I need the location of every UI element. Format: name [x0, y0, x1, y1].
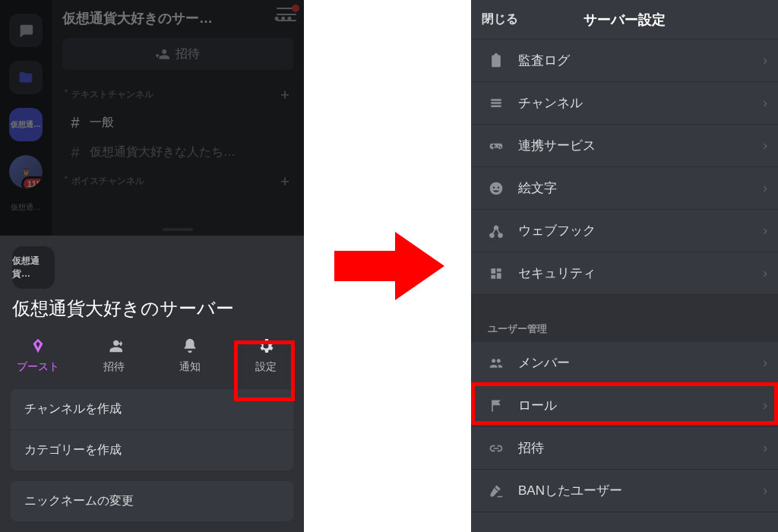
arrow-right-icon	[334, 228, 444, 304]
notifications-label: 通知	[179, 360, 201, 374]
folder-icon	[17, 69, 34, 86]
channels-label: チャンネル	[518, 94, 583, 112]
settings-item-security[interactable]: セキュリティ ›	[471, 252, 778, 295]
sheet-list-1: チャンネルを作成 カテゴリーを作成	[11, 389, 293, 470]
unread-badge: 118	[21, 176, 43, 188]
quick-actions-row: ブースト 招待 通知	[0, 331, 304, 382]
settings-title: サーバー設定	[584, 11, 666, 29]
settings-button[interactable]: 設定	[232, 336, 300, 374]
create-channel-label: チャンネルを作成	[24, 402, 122, 415]
channel-general-label: 一般	[90, 115, 114, 131]
chevron-right-icon: ›	[763, 223, 767, 239]
channel-crypto-lovers[interactable]: # 仮想通貨大好きな人たち…	[62, 138, 293, 167]
channel-crypto-lovers-label: 仮想通貨大好きな人たち…	[90, 144, 236, 160]
settings-item-invites[interactable]: 招待 ›	[471, 427, 778, 470]
invites-label: 招待	[518, 439, 544, 457]
chevron-down-icon: ˅	[64, 176, 68, 186]
sheet-drag-handle[interactable]	[163, 228, 193, 231]
chevron-right-icon: ›	[763, 138, 767, 154]
chevron-right-icon: ›	[763, 52, 767, 68]
integrations-label: 連携サービス	[518, 137, 596, 154]
add-voice-channel-icon[interactable]: ＋	[278, 172, 292, 190]
notification-dot-icon	[292, 5, 299, 12]
create-category-label: カテゴリーを作成	[24, 443, 122, 456]
hash-icon: #	[68, 144, 82, 161]
notifications-button[interactable]: 通知	[156, 336, 224, 374]
change-nickname-label: ニックネームの変更	[24, 494, 134, 507]
chevron-right-icon: ›	[763, 483, 767, 499]
category-voice-channels[interactable]: ˅ ボイスチャンネル ＋	[62, 167, 293, 195]
emoji-icon	[488, 180, 504, 197]
server-actions-sheet: 仮想通貨… 仮想通貨大好きのサーバー ブースト 招待	[0, 236, 304, 532]
boost-label: ブースト	[17, 360, 59, 374]
settings-item-emoji[interactable]: 絵文字 ›	[471, 167, 778, 210]
section-gap	[471, 295, 778, 315]
phone-screen-right: 閉じる サーバー設定 監査ログ › チャンネル › 連携サービス › 絵文字	[471, 0, 778, 532]
settings-list: 監査ログ › チャンネル › 連携サービス › 絵文字 › ウェブフック	[471, 40, 778, 512]
chevron-right-icon: ›	[763, 440, 767, 456]
channel-general[interactable]: # 一般	[62, 108, 293, 138]
chevron-right-icon: ›	[763, 180, 767, 196]
roles-label: ロール	[518, 397, 557, 414]
settings-item-integrations[interactable]: 連携サービス ›	[471, 125, 778, 167]
phone-screen-left: 仮想通… 🦉 118 仮想通… 仮想通貨大好きのサー… ••• 招待 ˅ テキス…	[0, 0, 304, 532]
gear-icon	[256, 336, 276, 356]
invite-label: 招待	[103, 360, 125, 374]
security-label: セキュリティ	[518, 264, 596, 282]
server-avatar-tile: 仮想通貨…	[12, 246, 55, 289]
settings-item-channels[interactable]: チャンネル ›	[471, 82, 778, 125]
boost-button[interactable]: ブースト	[4, 336, 72, 374]
people-icon	[488, 355, 504, 372]
add-channel-icon[interactable]: ＋	[278, 85, 292, 103]
server-avatar-tile-label: 仮想通貨…	[12, 255, 55, 280]
list-icon	[488, 95, 504, 112]
server-name-truncated: 仮想通貨大好きのサー…	[62, 9, 213, 27]
invite-chip-button[interactable]: 招待	[62, 38, 293, 70]
emoji-label: 絵文字	[518, 179, 557, 197]
close-button[interactable]: 閉じる	[482, 11, 518, 27]
sheet-list-2: ニックネームの変更	[11, 481, 293, 521]
gamepad-icon	[488, 138, 504, 154]
hamburger-menu-button[interactable]	[277, 8, 296, 21]
clipboard-icon	[488, 52, 504, 69]
server-avatar-selected[interactable]: 仮想通…	[9, 108, 43, 141]
chevron-right-icon: ›	[763, 265, 767, 281]
settings-header: 閉じる サーバー設定	[471, 0, 778, 40]
create-category-item[interactable]: カテゴリーを作成	[11, 430, 293, 470]
sheet-server-title: 仮想通貨大好きのサーバー	[0, 295, 304, 331]
change-nickname-item[interactable]: ニックネームの変更	[11, 481, 293, 521]
bans-label: BANしたユーザー	[518, 482, 622, 499]
bell-icon	[180, 336, 200, 356]
settings-item-webhooks[interactable]: ウェブフック ›	[471, 210, 778, 252]
highlight-roles-annotation	[471, 382, 778, 425]
server-header[interactable]: 仮想通貨大好きのサー… •••	[62, 9, 293, 27]
flag-icon	[488, 397, 504, 414]
create-channel-item[interactable]: チャンネルを作成	[11, 389, 293, 430]
invite-button[interactable]: 招待	[80, 336, 148, 374]
category-text-label: テキストチャンネル	[71, 88, 153, 101]
settings-item-bans[interactable]: BANしたユーザー ›	[471, 470, 778, 512]
invite-chip-label: 招待	[176, 46, 200, 62]
chat-bubble-icon	[17, 22, 34, 39]
direct-messages-button[interactable]	[9, 14, 43, 47]
gavel-icon	[488, 483, 504, 499]
category-text-channels[interactable]: ˅ テキストチャンネル ＋	[62, 81, 293, 108]
server-avatar-other[interactable]: 🦉 118	[9, 155, 43, 188]
settings-label: 設定	[255, 360, 277, 374]
server-rail-bottom-label: 仮想通…	[11, 202, 41, 213]
section-user-management-label: ユーザー管理	[471, 315, 778, 342]
folder-button[interactable]	[9, 61, 43, 94]
category-voice-label: ボイスチャンネル	[71, 175, 144, 188]
settings-item-roles[interactable]: ロール ›	[471, 385, 778, 427]
person-plus-icon	[156, 47, 169, 61]
chevron-down-icon: ˅	[64, 89, 68, 100]
members-label: メンバー	[518, 354, 570, 372]
server-avatar-label: 仮想通…	[11, 119, 41, 130]
chevron-right-icon: ›	[763, 95, 767, 111]
boost-gem-icon	[28, 336, 48, 356]
settings-item-members[interactable]: メンバー ›	[471, 342, 778, 385]
settings-item-audit-log[interactable]: 監査ログ ›	[471, 40, 778, 82]
chevron-right-icon: ›	[763, 397, 767, 413]
server-rail: 仮想通… 🦉 118 仮想通…	[0, 0, 52, 236]
hash-icon: #	[68, 114, 82, 131]
